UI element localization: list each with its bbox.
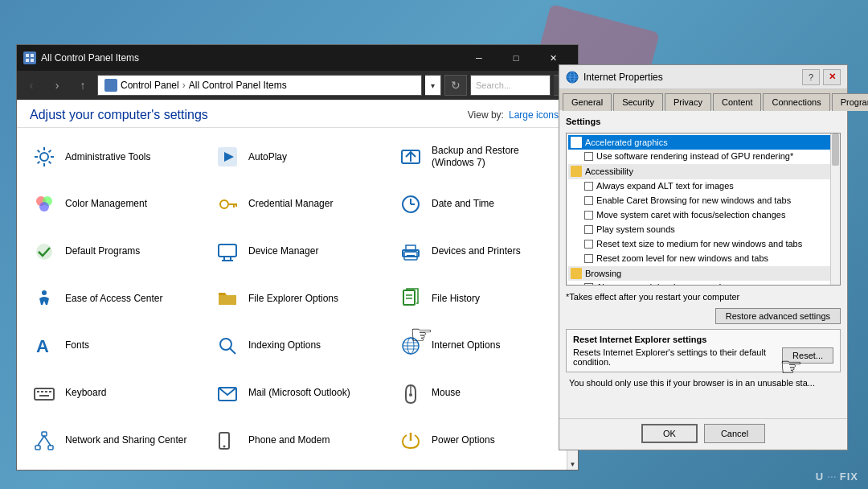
cp-title: All Control Panel Items	[41, 52, 461, 64]
cp-item-label: Keyboard	[65, 387, 106, 400]
cp-item[interactable]: Default Programs	[23, 228, 205, 274]
settings-item-text: Play system sounds	[596, 224, 675, 235]
view-by-value: Large icons	[509, 109, 559, 121]
cp-item[interactable]: Date and Time	[390, 182, 571, 228]
refresh-btn[interactable]: ↻	[444, 75, 467, 96]
svg-point-33	[220, 339, 231, 350]
settings-checkbox[interactable]	[584, 225, 593, 234]
ip-tab-security[interactable]: Security	[613, 93, 663, 111]
cp-item-label: Credential Manager	[248, 198, 333, 211]
cp-item-icon	[398, 428, 424, 454]
scroll-down-btn[interactable]: ▼	[567, 458, 579, 470]
cp-item-label: Devices and Printers	[432, 245, 521, 258]
cp-item-label: Color Management	[65, 198, 147, 211]
settings-checkbox-item[interactable]: Reset zoom level for new windows and tab…	[568, 252, 838, 266]
cp-item-label: Phone and Modem	[248, 434, 330, 447]
reset-ie-btn[interactable]: Reset...	[782, 347, 833, 364]
cp-item-label: File History	[432, 293, 480, 306]
cp-item[interactable]: Color Management	[23, 182, 205, 228]
cp-items-grid: Administrative Tools AutoPlay Backup and…	[17, 128, 578, 470]
cp-item[interactable]: Credential Manager	[207, 182, 388, 228]
settings-folder-icon	[571, 166, 582, 177]
cp-item[interactable]: Keyboard	[23, 371, 205, 417]
settings-checkbox[interactable]	[584, 152, 593, 161]
reset-row: Resets Internet Explorer's settings to t…	[573, 347, 833, 367]
settings-checkbox-item[interactable]: Reset text size to medium for new window…	[568, 237, 838, 252]
cp-minimize-btn[interactable]: ─	[461, 45, 497, 71]
settings-checkbox-item[interactable]: Always expand ALT text for images	[568, 179, 838, 194]
ip-tab-general[interactable]: General	[563, 93, 612, 111]
ip-tab-content[interactable]: Content	[713, 93, 762, 111]
ip-tab-connections[interactable]: Connections	[763, 93, 829, 111]
cp-item[interactable]: Power Options	[390, 417, 571, 463]
cp-item-icon	[398, 239, 424, 265]
cp-item[interactable]: Mail (Microsoft Outlook)	[207, 371, 388, 417]
svg-rect-2	[26, 59, 29, 62]
ip-tab-privacy[interactable]: Privacy	[665, 93, 711, 111]
svg-line-34	[230, 348, 235, 354]
cancel-button[interactable]: Cancel	[704, 424, 765, 443]
settings-scrollbar[interactable]	[830, 134, 840, 285]
cp-item-icon	[398, 144, 424, 170]
settings-list-box[interactable]: Accelerated graphics Use software render…	[566, 133, 841, 286]
svg-text:A: A	[36, 336, 49, 356]
restore-advanced-btn[interactable]: Restore advanced settings	[715, 308, 841, 324]
ok-button[interactable]: OK	[641, 424, 698, 443]
ip-tab-programs[interactable]: Programs	[832, 93, 868, 111]
watermark: U ··· FIX	[816, 471, 858, 483]
cp-content-area: Adjust your computer's settings View by:…	[17, 100, 578, 470]
settings-item-text: Always record developer console messages	[596, 281, 769, 286]
cp-item[interactable]: Network and Sharing Center	[23, 417, 205, 463]
nav-forward-btn[interactable]: ›	[46, 74, 68, 97]
search-placeholder: Search...	[476, 80, 511, 90]
svg-rect-0	[26, 54, 29, 57]
settings-checkbox-item[interactable]: Play system sounds	[568, 223, 838, 237]
cp-item-icon	[31, 144, 57, 170]
cp-item[interactable]: Indexing Options	[207, 323, 388, 369]
cp-item[interactable]: Administrative Tools	[23, 134, 205, 180]
settings-checkbox[interactable]	[584, 254, 593, 263]
ip-help-btn[interactable]: ?	[802, 69, 820, 85]
settings-folder-icon	[571, 137, 582, 148]
settings-checkbox-item[interactable]: Enable Caret Browsing for new windows an…	[568, 194, 838, 208]
cp-item-icon	[215, 144, 240, 170]
address-dropdown-btn[interactable]: ▾	[425, 75, 441, 96]
cp-item[interactable]: Devices and Printers	[390, 228, 571, 274]
ip-close-btn[interactable]: ✕	[823, 69, 841, 85]
cp-item-label: Backup and Restore (Windows 7)	[432, 145, 563, 170]
search-box[interactable]: Search...	[470, 75, 551, 96]
cp-item[interactable]: A Fonts	[23, 323, 205, 369]
cp-item[interactable]: Ease of Access Center	[23, 276, 205, 322]
cp-item[interactable]: Phone and Modem	[207, 417, 388, 463]
settings-checkbox[interactable]	[584, 211, 593, 220]
cp-item[interactable]: Internet Options	[390, 323, 571, 369]
settings-header-text: Accelerated graphics	[585, 137, 668, 148]
view-by-control: View by: Large icons ▾	[468, 109, 565, 121]
cp-item[interactable]: AutoPlay	[207, 134, 388, 180]
reset-ie-group: Reset Internet Explorer settings Resets …	[566, 329, 841, 372]
settings-checkbox[interactable]	[584, 196, 593, 205]
cp-items-wrapper: Administrative Tools AutoPlay Backup and…	[17, 128, 578, 470]
cp-item-label: Device Manager	[248, 245, 318, 258]
cp-item[interactable]: Device Manager	[207, 228, 388, 274]
nav-back-btn[interactable]: ‹	[20, 74, 43, 97]
reset-group-title: Reset Internet Explorer settings	[573, 335, 833, 344]
svg-point-4	[40, 153, 48, 161]
path-segment-cp: Control Panel	[121, 80, 179, 91]
settings-checkbox-item[interactable]: Use software rendering instead of GPU re…	[568, 150, 838, 164]
settings-checkbox[interactable]	[584, 283, 593, 286]
settings-checkbox-item[interactable]: Always record developer console messages	[568, 281, 838, 286]
cp-item-label: Administrative Tools	[65, 151, 151, 164]
view-by-dropdown[interactable]: Large icons ▾	[509, 109, 565, 121]
cp-item-icon	[31, 428, 57, 454]
cp-item[interactable]: File Explorer Options	[207, 276, 388, 322]
settings-checkbox-item[interactable]: Move system caret with focus/selection c…	[568, 208, 838, 223]
cp-item[interactable]: Mouse	[390, 371, 571, 417]
cp-item[interactable]: Backup and Restore (Windows 7)	[390, 134, 571, 180]
cp-item[interactable]: File History	[390, 276, 571, 322]
cp-maximize-btn[interactable]: □	[497, 45, 534, 71]
nav-up-btn[interactable]: ↑	[72, 74, 94, 97]
settings-checkbox[interactable]	[584, 240, 593, 249]
settings-checkbox[interactable]	[584, 182, 593, 191]
address-path-field[interactable]: Control Panel › All Control Panel Items	[97, 75, 422, 96]
